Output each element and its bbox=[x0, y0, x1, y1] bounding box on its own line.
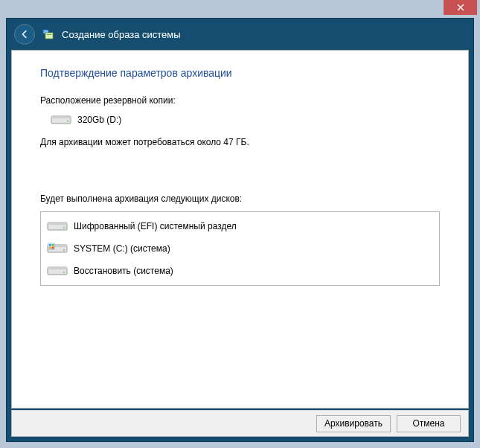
arrow-left-icon bbox=[19, 29, 30, 39]
svg-point-7 bbox=[67, 121, 68, 122]
wizard-footer: Архивировать Отмена bbox=[11, 410, 469, 437]
destination-drive-label: 320Gb (D:) bbox=[77, 115, 121, 125]
svg-rect-15 bbox=[52, 244, 54, 246]
svg-point-18 bbox=[63, 249, 65, 251]
system-drive-icon bbox=[47, 242, 68, 255]
wizard-chrome: Создание образа системы Подтверждение па… bbox=[6, 18, 474, 442]
svg-rect-6 bbox=[51, 116, 71, 118]
disk-row: SYSTEM (C:) (система) bbox=[41, 237, 439, 260]
disk-row: Шифрованный (EFI) системный раздел bbox=[41, 215, 439, 237]
page-heading: Подтверждение параметров архивации bbox=[40, 67, 440, 79]
close-icon bbox=[457, 4, 464, 11]
start-backup-button[interactable]: Архивировать bbox=[316, 415, 391, 432]
space-estimate-text: Для архивации может потребоваться около … bbox=[40, 137, 440, 147]
svg-rect-16 bbox=[49, 247, 51, 249]
wizard-content: Подтверждение параметров архивации Распо… bbox=[11, 50, 469, 409]
back-button[interactable] bbox=[14, 24, 35, 45]
disk-label: Восстановить (система) bbox=[74, 266, 173, 276]
svg-point-10 bbox=[63, 227, 65, 228]
close-button[interactable] bbox=[444, 0, 477, 15]
outer-titlebar bbox=[0, 0, 480, 18]
cancel-button[interactable]: Отмена bbox=[397, 415, 461, 432]
disk-label: SYSTEM (C:) (система) bbox=[74, 243, 170, 254]
system-image-icon bbox=[42, 28, 54, 40]
svg-rect-3 bbox=[45, 33, 53, 39]
svg-rect-14 bbox=[49, 244, 51, 246]
svg-rect-17 bbox=[52, 247, 54, 249]
wizard-title: Создание образа системы bbox=[62, 29, 181, 40]
backup-location-label: Расположение резервной копии: bbox=[40, 95, 440, 106]
disk-label: Шифрованный (EFI) системный раздел bbox=[74, 221, 237, 231]
svg-rect-20 bbox=[48, 267, 67, 269]
wizard-header: Создание образа системы bbox=[7, 19, 473, 50]
disk-row: Восстановить (система) bbox=[41, 260, 439, 282]
disks-list-label: Будет выполнена архивация следующих диск… bbox=[40, 193, 440, 204]
svg-rect-4 bbox=[47, 34, 51, 35]
hard-drive-icon bbox=[51, 113, 71, 127]
svg-rect-9 bbox=[48, 223, 67, 225]
hard-drive-icon bbox=[47, 264, 68, 278]
svg-point-21 bbox=[63, 272, 65, 273]
hard-drive-icon bbox=[47, 220, 68, 233]
system-image-wizard-window: Создание образа системы Подтверждение па… bbox=[0, 0, 480, 448]
destination-row: 320Gb (D:) bbox=[51, 113, 440, 127]
disks-list: Шифрованный (EFI) системный раздел SYSTE… bbox=[40, 211, 440, 286]
